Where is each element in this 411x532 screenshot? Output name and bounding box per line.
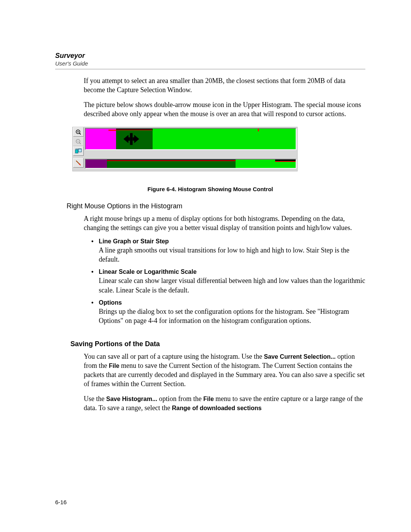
section-heading-saving: Saving Portions of the Data <box>70 340 365 348</box>
bullet-body: Brings up the dialog box to set the conf… <box>99 307 365 326</box>
intro-paragraph-2: The picture below shows double-arrow mou… <box>84 100 365 119</box>
svg-rect-25 <box>275 161 296 168</box>
svg-rect-19 <box>131 133 132 145</box>
lower-histogram <box>86 160 296 168</box>
bullet-title: Line Graph or Stair Step <box>99 238 365 245</box>
bullet-title: Linear Scale or Logarithmic Scale <box>99 268 365 275</box>
saving-p1-post: menu to save the Current Section of the … <box>84 362 365 388</box>
fit-window-button[interactable] <box>73 146 84 156</box>
bullet-body: Linear scale can show larger visual diff… <box>99 276 365 295</box>
svg-rect-21 <box>86 160 107 168</box>
option-range-of-downloaded-sections: Range of downloaded sections <box>172 405 262 411</box>
saving-p2-pre: Use the <box>84 395 106 403</box>
bullet-title: Options <box>99 299 365 306</box>
svg-rect-8 <box>78 149 81 152</box>
menu-item-save-histogram: Save Histogram... <box>106 396 157 402</box>
menu-file-1: File <box>109 363 119 369</box>
histogram-figure <box>72 127 298 171</box>
upper-histogram-panel[interactable] <box>85 128 296 150</box>
menu-file-2: File <box>203 396 214 402</box>
zoom-out-button[interactable] <box>73 137 84 146</box>
svg-marker-17 <box>133 135 139 143</box>
svg-line-1 <box>80 133 81 134</box>
saving-paragraph-1: You can save all or part of a capture us… <box>84 352 365 389</box>
list-item: • Linear Scale or Logarithmic Scale Line… <box>91 268 365 299</box>
doc-subtitle: User's Guide <box>55 60 365 67</box>
zoom-out-icon <box>75 139 81 145</box>
saving-paragraph-2: Use the Save Histogram... option from th… <box>84 394 365 413</box>
running-header: Surveyor User's Guide <box>55 51 365 69</box>
upper-histogram <box>86 129 296 149</box>
page-number: 6-16 <box>55 499 67 505</box>
bullet-body: A line graph smooths out visual transiti… <box>99 246 365 264</box>
svg-line-5 <box>80 142 81 144</box>
svg-rect-10 <box>86 129 116 149</box>
options-list: • Line Graph or Stair Step A line graph … <box>91 238 365 330</box>
menu-item-save-current-selection: Save Current Selection... <box>264 353 336 360</box>
saving-p2-mid1: option from the <box>157 395 203 403</box>
fit-window-icon <box>75 149 82 154</box>
pointer-tool-icon <box>75 160 81 166</box>
zoom-in-icon <box>75 129 81 135</box>
svg-rect-7 <box>75 150 78 153</box>
pointer-tool-button[interactable] <box>73 158 84 168</box>
figure-caption: Figure 6-4. Histogram Showing Mouse Cont… <box>55 186 365 192</box>
saving-p1-pre: You can save all or part of a capture us… <box>84 353 264 360</box>
doc-title: Surveyor <box>55 51 365 60</box>
document-page: Surveyor User's Guide If you attempt to … <box>0 0 411 532</box>
svg-rect-22 <box>107 161 236 168</box>
svg-marker-16 <box>124 135 130 143</box>
svg-rect-24 <box>236 160 275 168</box>
double-arrow-cursor-icon <box>123 132 140 148</box>
list-item: • Options Brings up the dialog box to se… <box>91 299 365 330</box>
intro-paragraph-1: If you attempt to select an area smaller… <box>84 76 365 95</box>
svg-rect-13 <box>153 129 296 149</box>
zoom-in-button[interactable] <box>73 127 84 137</box>
rightmouse-paragraph: A right mouse brings up a menu of displa… <box>84 214 365 233</box>
lower-histogram-panel[interactable] <box>85 159 296 169</box>
histogram-toolbar <box>73 127 84 156</box>
list-item: • Line Graph or Stair Step A line graph … <box>91 238 365 269</box>
subsection-heading-rightmouse: Right Mouse Options in the Histogram <box>67 202 365 210</box>
